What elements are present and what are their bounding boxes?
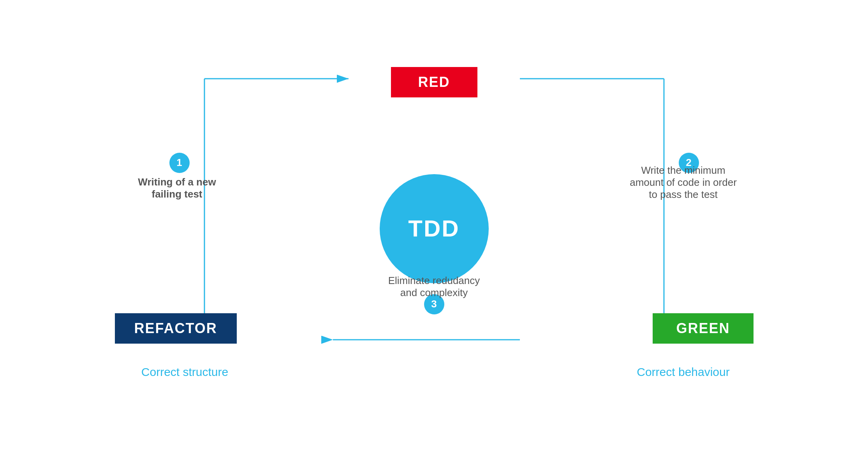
tdd-circle: TDD — [380, 174, 489, 283]
red-box: RED — [391, 67, 477, 97]
badge-1: 1 — [169, 153, 190, 173]
step-3-label: Eliminate redudancy and complexity — [384, 275, 485, 299]
step-2-label: Write the minimum amount of code in orde… — [629, 164, 738, 201]
refactor-box: REFACTOR — [115, 313, 237, 344]
green-box: GREEN — [653, 313, 753, 344]
step-1-label: Writing of a new failing test — [134, 176, 220, 200]
tdd-text: TDD — [408, 215, 460, 242]
tdd-diagram: RED GREEN REFACTOR TDD 1 2 3 Writing of … — [84, 44, 785, 414]
red-label: RED — [418, 74, 450, 90]
green-label: GREEN — [676, 320, 730, 336]
refactor-label: REFACTOR — [134, 320, 217, 336]
